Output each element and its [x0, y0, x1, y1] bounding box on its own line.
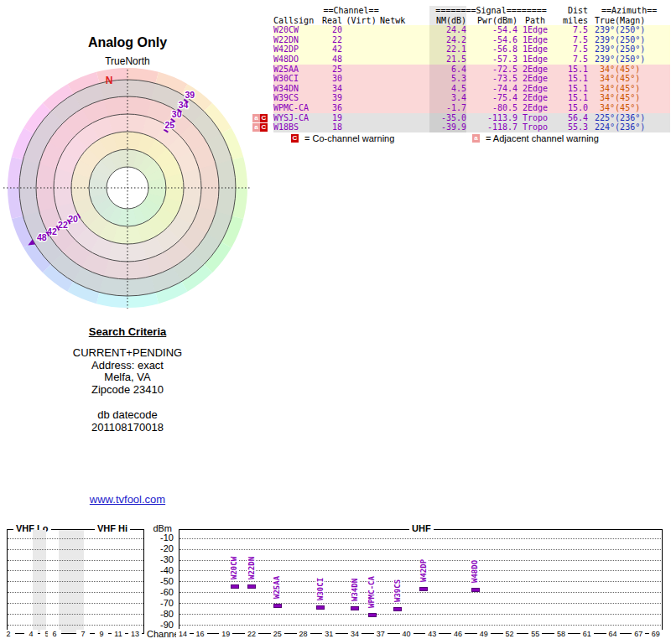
cell-distance-miles: 15.1: [553, 93, 588, 103]
cell-nm-db: 21.5: [429, 55, 466, 65]
y-tick-label: -10: [142, 532, 174, 543]
bar-callsign-label: W42DP: [419, 558, 428, 583]
channel-tick-label: 61: [580, 630, 594, 638]
channel-tick-label: 6: [48, 630, 61, 638]
cell-real-channel: 34: [322, 84, 342, 94]
table-row: aCW18BS18-39.9-118.7Tropo55.3224°(236°): [252, 122, 670, 132]
warning-badges: [252, 103, 273, 113]
channel-tick-label: 49: [477, 630, 491, 638]
table-cell: [252, 6, 273, 16]
cell-azimuth-true: 34°: [588, 93, 615, 103]
header-nm: NM(dB): [429, 16, 466, 26]
warning-badges: [252, 25, 273, 35]
cell-azimuth-magnetic: (236°): [615, 122, 670, 132]
table-row: W30CI305.3-73.52Edge15.134°(45°): [252, 74, 670, 84]
signal-bar: [471, 588, 480, 592]
cell-power-dbm: -54.4: [466, 25, 518, 35]
table-row: CallsignReal(Virt)NetwkNM(dB)Pwr(dBm)Pat…: [252, 16, 670, 26]
signal-bar: [316, 605, 325, 610]
co-channel-legend-text: = Co-channel warning: [304, 133, 394, 143]
db-datecode: db datecode201108170018: [0, 409, 255, 434]
header-netwk: Netwk: [380, 16, 429, 26]
cell-nm-db: -1.7: [429, 103, 466, 113]
channel-tick-label: 25: [271, 630, 284, 638]
tvfool-link[interactable]: www.tvfool.com: [90, 493, 165, 506]
channel-tick-label: 4: [24, 630, 38, 638]
cell-azimuth-true: 34°: [588, 74, 615, 84]
table-cell: [273, 6, 322, 16]
gridline: [8, 581, 143, 582]
cell-nm-db: 22.1: [429, 44, 466, 55]
cell-nm-db: 6.4: [429, 65, 466, 75]
adjacent-channel-badge-icon: a: [472, 134, 480, 143]
cell-virtual-channel: [342, 113, 380, 123]
cell-power-dbm: -72.5: [466, 65, 518, 75]
cell-distance-miles: 7.5: [553, 35, 588, 45]
cell-real-channel: 30: [322, 74, 342, 84]
criteria-line: Zipcode 23410: [0, 384, 255, 397]
search-criteria-title: Search Criteria: [0, 325, 255, 338]
cell-network: [380, 55, 429, 65]
cell-virtual-channel: [342, 74, 380, 84]
cell-distance-miles: 15.0: [553, 103, 588, 113]
bar-callsign-label: W34DN: [351, 578, 359, 602]
cell-real-channel: 36: [322, 103, 342, 113]
cell-path: 1Edge: [518, 35, 553, 45]
cell-azimuth-true: 239°: [588, 55, 615, 65]
gridline: [179, 549, 661, 550]
cell-real-channel: 20: [322, 25, 342, 35]
channel-tick-label: 9: [95, 630, 108, 638]
cell-power-dbm: -80.5: [466, 103, 518, 113]
warning-badges: [252, 65, 273, 75]
channel-tick-label: 28: [297, 630, 310, 638]
adjacent-channel-badge: a: [252, 123, 260, 132]
cell-network: [380, 113, 429, 123]
cell-distance-miles: 55.3: [553, 122, 588, 132]
cell-distance-miles: 7.5: [553, 25, 588, 35]
header-pwr: Pwr(dBm): [466, 16, 518, 26]
cell-distance-miles: 15.1: [553, 84, 588, 94]
vhf-hi-label: VHF Hi: [95, 523, 130, 533]
y-axis-unit-label: dBm: [142, 523, 172, 533]
channel-tick-label: 14: [176, 630, 190, 638]
cell-azimuth-magnetic: (250°): [615, 44, 670, 55]
gridline: [179, 614, 661, 615]
y-tick-label: -60: [142, 587, 174, 597]
gridline: [8, 614, 143, 615]
cell-path: 2Edge: [518, 103, 553, 113]
co-channel-badge: C: [260, 114, 268, 122]
cell-real-channel: 18: [322, 122, 342, 132]
cell-path: 2Edge: [518, 84, 553, 94]
radar-plot: N2530343920224248: [2, 67, 253, 312]
cell-power-dbm: -56.8: [466, 44, 518, 55]
cell-power-dbm: -113.9: [466, 113, 518, 123]
cell-nm-db: -35.0: [429, 113, 466, 123]
cell-network: [380, 93, 429, 103]
cell-virtual-channel: [342, 93, 380, 103]
gridline: [8, 549, 143, 550]
cell-network: [380, 65, 429, 75]
cell-path: Tropo: [518, 113, 553, 123]
cell-power-dbm: -75.4: [466, 93, 518, 103]
bar-callsign-label: W25AA: [273, 575, 281, 600]
cell-power-dbm: -54.6: [466, 35, 518, 45]
gridline: [179, 603, 661, 604]
cell-azimuth-magnetic: (45°): [615, 84, 670, 94]
channel-tick-label: 46: [451, 630, 465, 638]
header-real: Real: [322, 16, 342, 26]
cell-distance-miles: 15.1: [553, 74, 588, 84]
cell-nm-db: 24.4: [429, 25, 466, 35]
channel-tick-label: 7: [76, 630, 90, 638]
signal-bar: [247, 584, 256, 589]
cell-virtual-channel: [342, 65, 380, 75]
cell-azimuth-true: 34°: [588, 84, 615, 94]
cell-network: [380, 25, 429, 35]
header-path: Path: [518, 16, 553, 26]
gridline: [179, 592, 661, 593]
warning-badges: [252, 44, 273, 55]
channel-tick-label: 13: [128, 630, 142, 638]
cell-virtual-channel: [342, 103, 380, 113]
table-row: W48DO4821.5-57.31Edge7.5239°(250°): [252, 55, 670, 65]
cell-virtual-channel: [342, 84, 380, 94]
header-magn: (Magn): [615, 16, 670, 26]
